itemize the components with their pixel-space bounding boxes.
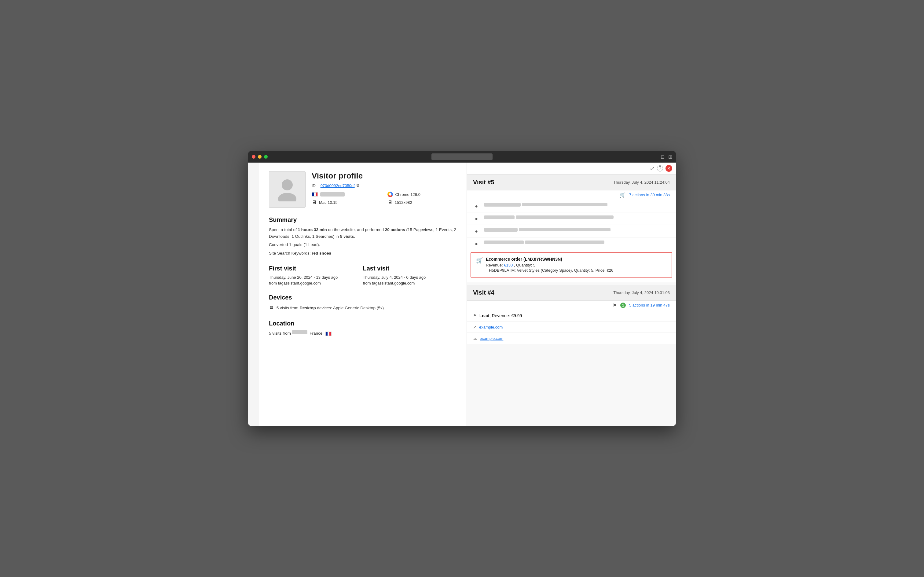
last-visit-from: from tagassistant.google.com — [363, 281, 457, 285]
revenue-value[interactable]: €130 — [504, 263, 513, 268]
profile-meta: Chrome 126.0 🖥 Mac 10.15 🖥 1512x982 — [312, 192, 457, 205]
svg-point-0 — [282, 179, 293, 190]
minimize-window-button[interactable] — [258, 155, 262, 159]
browser-label: Chrome 126.0 — [395, 192, 420, 197]
visit5-header: Visit #5 Thursday, July 4, 2024 11:24:04 — [467, 174, 676, 190]
visit5-block: Visit #5 Thursday, July 4, 2024 11:24:04… — [467, 174, 676, 282]
ecommerce-title: Ecommerce order (LMX8YRSWHN3N) — [486, 257, 613, 262]
blurred-content-3 — [484, 228, 670, 233]
app-window: ⊟ ⊞ — [248, 151, 676, 426]
window-controls — [252, 155, 268, 159]
profile-header: Visitor profile ID 070d0092ed7050df ⧉ — [269, 171, 457, 208]
quantity-value: 5 — [533, 263, 535, 268]
blurred-row-4 — [484, 240, 524, 244]
help-icon[interactable]: ? — [657, 165, 663, 171]
profile-info: Visitor profile ID 070d0092ed7050df ⧉ — [312, 171, 457, 205]
visit5-actions-count[interactable]: 7 actions in 39 min 38s — [629, 193, 670, 197]
blurred-row-2b — [516, 216, 613, 219]
action-icon-4: ● — [473, 241, 480, 247]
blurred-content-1 — [484, 203, 670, 208]
chrome-icon — [388, 192, 393, 197]
flag-icon: ⚑ — [473, 313, 477, 318]
blurred-content-2 — [484, 216, 670, 220]
svg-point-1 — [278, 193, 296, 201]
ecommerce-inner: 🛒 Ecommerce order (LMX8YRSWHN3N) Revenue… — [476, 257, 667, 273]
visit4-datetime: Thursday, July 4, 2024 10:31:03 — [613, 290, 670, 295]
expand-icon[interactable]: ⤢ — [650, 165, 655, 172]
link-2[interactable]: example.com — [480, 336, 503, 341]
browser-item: Chrome 126.0 — [388, 192, 457, 197]
ecommerce-item: H5DBP9LATM: Velvet Styles (Category Spac… — [486, 268, 613, 272]
blurred-action-3: ● — [467, 225, 676, 237]
address-bar[interactable] — [431, 153, 493, 160]
last-visit-block: Last visit Thursday, July 4, 2024 - 0 da… — [363, 265, 457, 285]
id-label: ID — [312, 184, 316, 188]
visit4-actions-link[interactable]: ⚑ 1 5 actions in 19 min 47s — [467, 301, 676, 310]
main-content: Visitor profile ID 070d0092ed7050df ⧉ — [259, 163, 676, 426]
ecommerce-item-detail: H5DBP9LATM: Velvet Styles (Category Spac… — [489, 268, 613, 272]
id-value[interactable]: 070d0092ed7050df — [320, 184, 355, 188]
last-visit-link[interactable]: tagassistant.google.com — [372, 281, 415, 285]
profile-id: ID 070d0092ed7050df ⧉ — [312, 183, 457, 188]
left-panel: Visitor profile ID 070d0092ed7050df ⧉ — [259, 163, 467, 426]
fullscreen-icon[interactable]: ⊞ — [668, 154, 672, 160]
lead-row: ⚑ Lead, Revenue: €9.99 — [467, 310, 676, 321]
summary-keywords: Site Search Keywords: red shoes — [269, 250, 457, 257]
visits-section: First visit Thursday, June 20, 2024 - 13… — [269, 265, 457, 285]
title-bar: ⊟ ⊞ — [248, 151, 676, 163]
visit4-number: Visit #4 — [473, 289, 494, 296]
location-text: 5 visits from , France — [269, 330, 457, 337]
country-item — [312, 192, 382, 197]
france-flag-icon-2 — [325, 332, 332, 336]
first-visit-link[interactable]: tagassistant.google.com — [278, 281, 321, 285]
city-blurred — [320, 192, 344, 197]
maximize-window-button[interactable] — [264, 155, 268, 159]
monitor-icon-2: 🖥 — [269, 305, 274, 310]
visit4-header: Visit #4 Thursday, July 4, 2024 10:31:03 — [467, 285, 676, 301]
visit5-actions-link[interactable]: 🛒 7 actions in 39 min 38s — [467, 190, 676, 200]
summary-text: Spent a total of 1 hours 32 min on the w… — [269, 226, 457, 240]
link-1[interactable]: example.com — [479, 325, 503, 329]
visit4-actions-count[interactable]: 5 actions in 19 min 47s — [629, 303, 670, 308]
avatar — [269, 171, 306, 208]
badge-1: 1 — [620, 303, 626, 308]
blurred-action-4: ● — [467, 237, 676, 250]
location-city-blurred — [292, 330, 307, 334]
last-visit-title: Last visit — [363, 265, 457, 272]
monitor-icon: 🖥 — [388, 200, 392, 205]
blurred-row-3 — [484, 228, 518, 232]
visit4-block: Visit #4 Thursday, July 4, 2024 10:31:03… — [467, 285, 676, 344]
devices-text: 🖥 5 visits from Desktop devices: Apple G… — [269, 304, 457, 311]
ecommerce-section: 🛒 Ecommerce order (LMX8YRSWHN3N) Revenue… — [467, 250, 676, 282]
ecommerce-revenue: Revenue: €130 , Quantity: 5 — [486, 263, 613, 268]
ecommerce-order-id: (LMX8YRSWHN3N) — [523, 257, 562, 262]
blurred-content-4 — [484, 240, 670, 245]
sidebar-strip — [248, 163, 259, 426]
last-visit-date: Thursday, July 4, 2024 - 0 days ago — [363, 275, 457, 280]
sidebar-toggle-icon[interactable]: ⊟ — [661, 154, 665, 160]
person-icon — [277, 177, 298, 202]
close-panel-button[interactable]: ✕ — [665, 165, 672, 172]
resolution-item: 🖥 1512x982 — [388, 200, 457, 205]
first-visit-from: from tagassistant.google.com — [269, 281, 363, 285]
summary-converted: Converted 1 goals (1 Lead). — [269, 242, 457, 248]
cart-icon: 🛒 — [476, 257, 483, 264]
copy-icon[interactable]: ⧉ — [357, 183, 359, 188]
right-panel: ⤢ ? ✕ Visit #5 Thursday, July 4, 2024 11… — [467, 163, 676, 426]
visit5-datetime: Thursday, July 4, 2024 11:24:04 — [613, 180, 670, 185]
cloud-icon: ☁ — [473, 336, 477, 341]
devices-title: Devices — [269, 294, 457, 301]
revenue-label: Revenue: — [486, 263, 503, 268]
location-section: Location 5 visits from , France — [269, 320, 457, 337]
blurred-row-1b — [522, 203, 607, 206]
first-visit-date: Thursday, June 20, 2024 - 13 days ago — [269, 275, 363, 280]
os-item: 🖥 Mac 10.15 — [312, 200, 382, 205]
close-icon: ✕ — [667, 166, 671, 171]
close-window-button[interactable] — [252, 155, 256, 159]
ecommerce-title-label: Ecommerce order — [486, 257, 522, 262]
mac-icon: 🖥 — [312, 200, 317, 205]
action-icon-2: ● — [473, 216, 480, 222]
first-visit-title: First visit — [269, 265, 363, 272]
action-icon-3: ● — [473, 229, 480, 234]
visit5-number: Visit #5 — [473, 179, 494, 186]
